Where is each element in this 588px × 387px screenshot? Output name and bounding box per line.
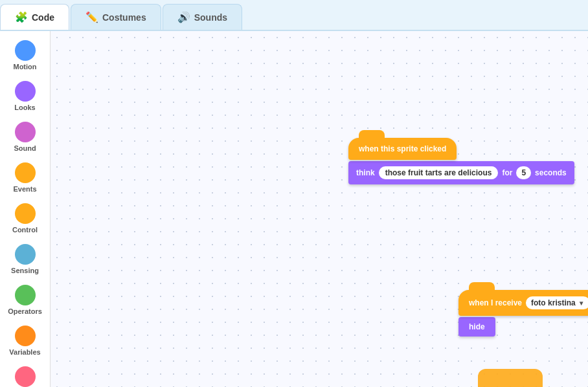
hat-block-label: when this sprite clicked xyxy=(359,144,446,153)
sidebar-item-control[interactable]: Control xyxy=(3,199,48,238)
tab-code-label: Code xyxy=(32,12,54,23)
tab-costumes[interactable]: ✏️ Costumes xyxy=(71,4,161,30)
sound-dot xyxy=(15,122,36,142)
think-label: think xyxy=(356,168,375,177)
hat-block-sprite-clicked[interactable]: when this sprite clicked xyxy=(348,138,457,160)
think-block[interactable]: think those fruit tarts are delicious fo… xyxy=(348,161,574,184)
block-stack-1: when this sprite clicked think those fru… xyxy=(348,138,574,184)
sounds-icon: 🔊 xyxy=(177,11,190,23)
for-label: for xyxy=(502,168,512,177)
sidebar-label-looks: Looks xyxy=(14,104,35,111)
tab-costumes-label: Costumes xyxy=(102,12,146,23)
sidebar-label-operators: Operators xyxy=(8,307,42,315)
sidebar-label-motion: Motion xyxy=(13,63,36,71)
costumes-icon: ✏️ xyxy=(85,11,98,23)
control-dot xyxy=(15,203,36,224)
receive-label: when I receive xyxy=(469,298,522,307)
receive-dropdown-value: foto kristina xyxy=(531,298,576,307)
sidebar-label-sensing: Sensing xyxy=(11,267,39,274)
sidebar-item-sound[interactable]: Sound xyxy=(3,118,48,156)
tab-sounds-label: Sounds xyxy=(194,12,227,23)
tab-bar: 🧩 Code ✏️ Costumes 🔊 Sounds xyxy=(0,0,588,31)
sidebar-item-variables[interactable]: Variables xyxy=(3,322,48,360)
hide-block[interactable]: hide xyxy=(458,317,495,337)
sidebar-item-events[interactable]: Events xyxy=(3,159,48,197)
dropdown-arrow-icon: ▼ xyxy=(578,300,585,307)
think-text-input[interactable]: those fruit tarts are delicious xyxy=(379,166,499,179)
motion-dot xyxy=(15,40,36,61)
sidebar-item-myblocks[interactable]: My Blocks xyxy=(3,362,48,387)
events-dot xyxy=(15,162,36,183)
secs-label: seconds xyxy=(535,168,567,177)
tab-code[interactable]: 🧩 Code xyxy=(0,4,69,30)
sidebar-label-variables: Variables xyxy=(9,348,40,356)
variables-dot xyxy=(15,326,36,346)
tab-sounds[interactable]: 🔊 Sounds xyxy=(163,4,242,30)
block-stack-2: when I receive foto kristina ▼ hide xyxy=(458,290,588,337)
receive-dropdown[interactable]: foto kristina ▼ xyxy=(526,296,588,309)
main-area: Motion Looks Sound Events Control Sensin… xyxy=(0,31,588,387)
blocks-sidebar: Motion Looks Sound Events Control Sensin… xyxy=(0,31,51,387)
sidebar-item-sensing[interactable]: Sensing xyxy=(3,240,48,278)
think-num-input[interactable]: 5 xyxy=(516,166,531,179)
hide-label: hide xyxy=(469,322,485,331)
sidebar-item-motion[interactable]: Motion xyxy=(3,36,48,74)
myblocks-dot xyxy=(15,366,36,387)
sidebar-label-sound: Sound xyxy=(14,144,36,152)
code-icon: 🧩 xyxy=(15,11,28,23)
sidebar-item-looks[interactable]: Looks xyxy=(3,77,48,115)
code-canvas[interactable]: when this sprite clicked think those fru… xyxy=(51,31,588,387)
sidebar-label-control: Control xyxy=(12,226,38,234)
looks-dot xyxy=(15,81,36,102)
sidebar-label-events: Events xyxy=(13,185,36,193)
operators-dot xyxy=(15,285,36,305)
partial-yellow-block xyxy=(478,369,543,387)
hat-block-receive[interactable]: when I receive foto kristina ▼ xyxy=(458,290,588,316)
sensing-dot xyxy=(15,244,36,265)
sidebar-item-operators[interactable]: Operators xyxy=(3,281,48,319)
